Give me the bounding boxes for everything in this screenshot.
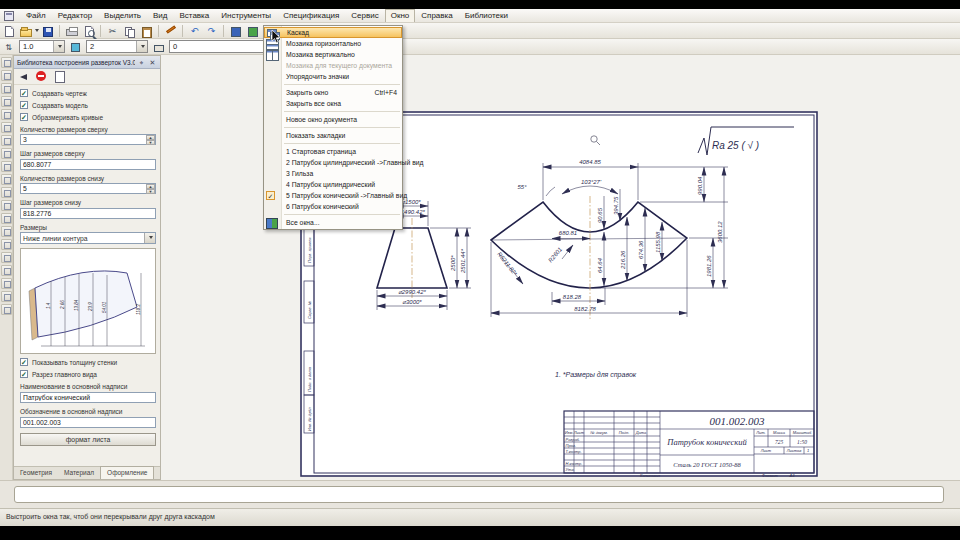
undo-icon[interactable]: ↶	[187, 24, 202, 38]
menu-tools[interactable]: Инструменты	[215, 9, 277, 22]
close-icon[interactable]: ✕	[148, 58, 157, 67]
menu-select[interactable]: Выделить	[98, 9, 147, 22]
side-tool-icon[interactable]	[1, 161, 12, 172]
checkbox-show-wall[interactable]: ✓ Показывать толщину стенки	[20, 358, 154, 366]
menu-item-window-1[interactable]: 1 Стартовая страница	[264, 146, 402, 157]
new-document-icon[interactable]	[1, 24, 16, 38]
line-style-combo[interactable]: 2	[86, 40, 148, 53]
side-tool-icon[interactable]	[1, 278, 12, 289]
paste-icon[interactable]	[139, 24, 154, 38]
menu-item-label: 1 Стартовая страница	[286, 148, 356, 155]
variables-icon[interactable]	[245, 24, 260, 38]
sheet-format-button[interactable]: формат листа	[20, 433, 156, 446]
side-tool-icon[interactable]	[1, 304, 12, 315]
report-icon[interactable]	[52, 70, 66, 83]
checkbox-create-drawing[interactable]: ✓ Создавать чертеж	[20, 89, 154, 97]
side-tool-icon[interactable]	[1, 148, 12, 159]
count-bottom-spinner[interactable]: ▲▼	[20, 183, 156, 194]
side-tool-icon[interactable]	[1, 109, 12, 120]
side-tool-icon[interactable]	[1, 122, 12, 133]
menu-editor[interactable]: Редактор	[52, 9, 98, 22]
menu-item-window-6[interactable]: 6 Патрубок конический	[264, 201, 402, 212]
menu-help[interactable]: Справка	[415, 9, 458, 22]
menu-libraries[interactable]: Библиотеки	[459, 9, 514, 22]
titleblock-mass: 725	[775, 439, 784, 445]
panel-title-bar[interactable]: Библиотека построения разверток V3.0 ⌖ ✕	[14, 56, 160, 69]
open-document-icon[interactable]	[18, 24, 33, 38]
line-style-icon[interactable]	[68, 40, 83, 54]
checkbox-section-view[interactable]: ✓ Разрез главного вида	[20, 370, 154, 378]
checkbox-create-model[interactable]: ✓ Создавать модель	[20, 101, 154, 109]
menu-item-window-5[interactable]: ✓ 5 Патрубок конический ->Главный вид	[264, 190, 402, 201]
menu-specification[interactable]: Спецификация	[277, 9, 345, 22]
name-input[interactable]	[20, 392, 156, 403]
menu-item-cascade[interactable]: Каскад	[264, 27, 402, 38]
zoom-combo[interactable]: 1.0	[19, 40, 65, 53]
side-tool-icon[interactable]	[1, 57, 12, 68]
menu-item-arrange-icons[interactable]: Упорядочить значки	[264, 71, 402, 82]
menu-item-close-all[interactable]: Закрыть все окна	[264, 98, 402, 109]
spin-down-icon[interactable]: ▼	[146, 189, 155, 194]
open-dropdown-arrow[interactable]	[35, 29, 39, 32]
count-top-spinner[interactable]: ▲▼	[20, 134, 156, 145]
side-tool-icon[interactable]	[1, 265, 12, 276]
pin-icon[interactable]: ⌖	[137, 58, 146, 67]
save-icon[interactable]	[40, 24, 55, 38]
cut-icon[interactable]: ✂	[105, 24, 120, 38]
fit-scale-icon[interactable]: ⇅	[1, 40, 16, 54]
menu-item-tile-vertical[interactable]: Мозаика вертикально	[264, 49, 402, 60]
property-bar-input[interactable]	[14, 486, 944, 503]
print-icon[interactable]	[64, 24, 79, 38]
side-tool-icon[interactable]	[1, 135, 12, 146]
dim-label: 103°27'	[581, 179, 602, 185]
side-tool-icon[interactable]	[1, 252, 12, 263]
menu-item-window-4[interactable]: 4 Патрубок цилиндрический	[264, 179, 402, 190]
side-tool-icon[interactable]	[1, 200, 12, 211]
side-tool-icon[interactable]	[1, 96, 12, 107]
app-icon[interactable]	[4, 11, 14, 21]
titleblock-scale: 1:50	[797, 439, 807, 445]
stop-icon[interactable]	[35, 70, 49, 83]
tab-decoration[interactable]: Оформление	[100, 466, 154, 479]
count-bottom-input[interactable]	[20, 183, 156, 194]
layer-icon[interactable]	[151, 40, 166, 54]
menu-item-new-window[interactable]: Новое окно документа	[264, 114, 402, 125]
document-manager-icon[interactable]	[228, 24, 243, 38]
side-tool-icon[interactable]	[1, 70, 12, 81]
designation-input[interactable]	[20, 417, 156, 428]
side-tool-icon[interactable]	[1, 83, 12, 94]
checkbox-dimension-curves[interactable]: ✓ Образмеривать кривые	[20, 113, 154, 121]
menu-service[interactable]: Сервис	[345, 9, 384, 22]
menu-insert[interactable]: Вставка	[174, 9, 216, 22]
menu-item-window-2[interactable]: 2 Патрубок цилиндрический ->Главный вид	[264, 157, 402, 168]
tab-material[interactable]: Материал	[58, 467, 100, 479]
step-top-input[interactable]	[20, 159, 156, 170]
side-tool-icon[interactable]	[1, 187, 12, 198]
copy-properties-icon[interactable]	[163, 24, 178, 38]
back-arrow-icon[interactable]	[18, 70, 32, 83]
redo-icon[interactable]: ↷	[204, 24, 219, 38]
menu-item-close-window[interactable]: Закрыть окно Ctrl+F4	[264, 87, 402, 98]
side-tool-icon[interactable]	[1, 239, 12, 250]
side-tool-icon[interactable]	[1, 213, 12, 224]
side-tool-icon[interactable]	[1, 174, 12, 185]
menu-file[interactable]: Файл	[20, 9, 52, 22]
menu-item-show-bookmarks[interactable]: Показать закладки	[264, 130, 402, 141]
count-top-input[interactable]	[20, 134, 156, 145]
side-tool-icon[interactable]	[1, 291, 12, 302]
menu-window[interactable]: Окно	[385, 9, 416, 22]
print-preview-icon[interactable]	[81, 24, 96, 38]
tab-geometry[interactable]: Геометрия	[14, 467, 58, 479]
dims-select[interactable]: Ниже линии контура	[20, 232, 156, 244]
spin-down-icon[interactable]: ▼	[146, 140, 155, 145]
step-bottom-input[interactable]	[20, 208, 156, 219]
side-tool-icon[interactable]	[1, 226, 12, 237]
titleblock-row-label: Пров.	[566, 443, 577, 448]
menu-view[interactable]: Вид	[147, 9, 173, 22]
titleblock-header: Изм.	[565, 430, 574, 435]
menu-item-tile-horizontal[interactable]: Мозаика горизонтально	[264, 38, 402, 49]
menu-item-label: Мозаика горизонтально	[286, 40, 361, 47]
menu-item-all-windows[interactable]: Все окна...	[264, 217, 402, 228]
copy-icon[interactable]	[122, 24, 137, 38]
menu-item-window-3[interactable]: 3 Гильза	[264, 168, 402, 179]
